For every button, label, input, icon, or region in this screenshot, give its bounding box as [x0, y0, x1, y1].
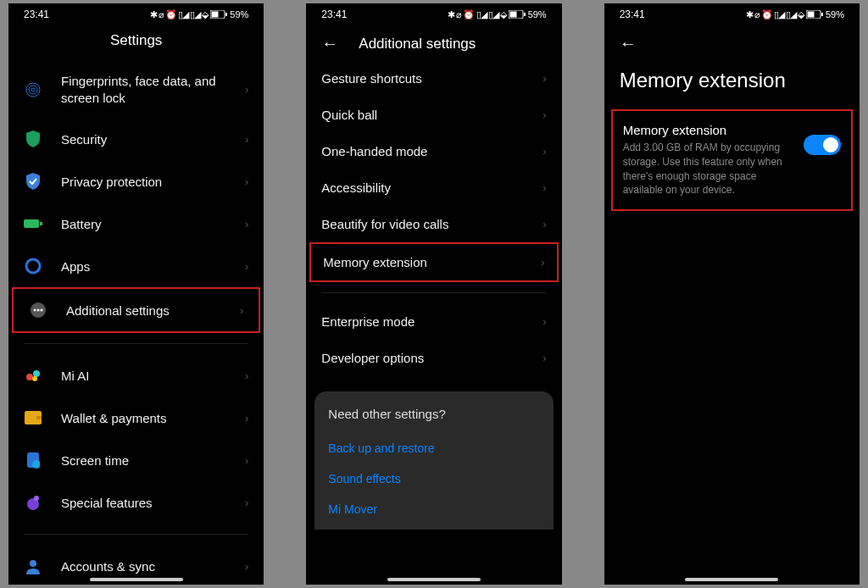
status-bar: 23:41 ✱ ⌀ ⏰ ▯◢ ▯◢ ⬙ 59%	[8, 3, 264, 22]
chevron-right-icon: ›	[542, 315, 546, 328]
settings-list: Fingerprints, face data, and screen lock…	[8, 61, 264, 585]
home-indicator[interactable]	[387, 578, 481, 581]
svg-point-15	[33, 370, 40, 377]
status-time: 23:41	[24, 8, 49, 20]
item-one-handed[interactable]: One-handed mode ›	[306, 133, 561, 169]
svg-point-12	[37, 309, 40, 312]
settings-screen: 23:41 ✱ ⌀ ⏰ ▯◢ ▯◢ ⬙ 59% Settings Fingerp…	[8, 3, 264, 585]
item-wallet[interactable]: Wallet & payments ›	[8, 397, 264, 439]
link-sound-effects[interactable]: Sound effects	[328, 463, 539, 494]
ai-icon	[24, 366, 42, 385]
item-label: Battery	[61, 217, 245, 231]
item-battery[interactable]: Battery ›	[8, 202, 264, 245]
svg-point-22	[34, 496, 39, 501]
battery-icon	[24, 214, 42, 233]
svg-rect-6	[24, 219, 39, 228]
item-label: Developer options	[321, 351, 542, 365]
link-mi-mover[interactable]: Mi Mover	[328, 494, 539, 524]
status-right: ✱ ⌀ ⏰ ▯◢ ▯◢ ⬙ 59%	[150, 9, 248, 20]
chevron-right-icon: ›	[245, 175, 248, 188]
svg-rect-25	[509, 12, 516, 18]
item-special-features[interactable]: Special features ›	[8, 481, 264, 524]
svg-point-23	[30, 560, 36, 567]
svg-point-4	[29, 86, 37, 94]
item-additional-settings[interactable]: Additional settings ›	[12, 287, 260, 333]
chevron-right-icon: ›	[245, 260, 248, 273]
item-label: Screen time	[61, 453, 245, 468]
item-privacy[interactable]: Privacy protection ›	[8, 160, 264, 202]
chevron-right-icon: ›	[542, 108, 546, 121]
item-label: Gesture shortcuts	[321, 71, 542, 86]
card-description: Add 3.00 GB of RAM by occupying storage.…	[623, 141, 795, 197]
page-title: Memory extension	[604, 53, 860, 109]
fingerprint-icon	[24, 80, 42, 99]
link-backup[interactable]: Back up and restore	[328, 433, 539, 463]
svg-point-14	[26, 374, 33, 380]
header: ← Additional settings	[306, 22, 561, 60]
item-label: Quick ball	[321, 108, 542, 122]
chevron-right-icon: ›	[542, 72, 546, 85]
svg-rect-28	[807, 12, 814, 18]
page-title: Settings	[110, 32, 162, 49]
svg-rect-18	[36, 416, 42, 419]
panel-title: Need other settings?	[328, 407, 539, 421]
item-label: One-handed mode	[321, 144, 542, 158]
gear-icon	[24, 257, 42, 275]
item-accessibility[interactable]: Accessibility ›	[306, 169, 561, 206]
chevron-right-icon: ›	[245, 412, 248, 424]
item-security[interactable]: Security ›	[8, 118, 264, 160]
svg-point-9	[31, 263, 36, 269]
item-enterprise[interactable]: Enterprise mode ›	[306, 303, 561, 340]
item-label: Security	[61, 132, 245, 147]
item-label: Wallet & payments	[61, 411, 245, 425]
status-time: 23:41	[321, 8, 347, 20]
dots-icon	[29, 301, 47, 319]
memory-extension-toggle[interactable]	[804, 135, 841, 155]
item-label: Special features	[61, 496, 245, 510]
home-indicator[interactable]	[685, 578, 778, 581]
status-time: 23:41	[620, 8, 645, 20]
item-mi-ai[interactable]: Mi AI ›	[8, 354, 264, 397]
svg-point-13	[41, 309, 43, 312]
back-button[interactable]: ←	[620, 34, 637, 53]
item-developer[interactable]: Developer options ›	[306, 340, 561, 376]
chevron-right-icon: ›	[245, 560, 248, 573]
card-text: Memory extension Add 3.00 GB of RAM by o…	[623, 123, 795, 197]
item-fingerprints[interactable]: Fingerprints, face data, and screen lock…	[8, 61, 264, 118]
header: Settings	[8, 22, 264, 61]
chevron-right-icon: ›	[542, 218, 546, 230]
chevron-right-icon: ›	[542, 181, 546, 194]
card-title: Memory extension	[623, 123, 795, 137]
status-right: ✱ ⌀ ⏰ ▯◢ ▯◢ ⬙ 59%	[746, 9, 844, 20]
back-button[interactable]: ←	[321, 34, 338, 53]
item-gesture-shortcuts[interactable]: Gesture shortcuts ›	[306, 60, 561, 97]
svg-point-3	[26, 83, 40, 97]
page-title: Additional settings	[359, 36, 476, 53]
chevron-right-icon: ›	[542, 145, 546, 158]
status-icons: ✱ ⌀ ⏰ ▯◢ ▯◢ ⬙	[448, 9, 505, 20]
item-screen-time[interactable]: Screen time ›	[8, 439, 264, 481]
status-bar: 23:41 ✱ ⌀ ⏰ ▯◢ ▯◢ ⬙ 59%	[604, 3, 860, 22]
item-beautify[interactable]: Beautify for video calls ›	[306, 206, 561, 242]
item-label: Apps	[61, 259, 245, 274]
svg-rect-29	[821, 13, 823, 16]
additional-settings-screen: 23:41 ✱ ⌀ ⏰ ▯◢ ▯◢ ⬙ 59% ← Additional set…	[306, 3, 561, 585]
memory-extension-card: Memory extension Add 3.00 GB of RAM by o…	[611, 109, 853, 211]
battery-percent: 59%	[826, 9, 844, 19]
svg-rect-2	[225, 13, 227, 16]
item-apps[interactable]: Apps ›	[8, 245, 264, 287]
chevron-right-icon: ›	[245, 496, 248, 509]
chevron-right-icon: ›	[542, 352, 546, 364]
svg-point-16	[32, 376, 37, 381]
memory-extension-screen: 23:41 ✱ ⌀ ⏰ ▯◢ ▯◢ ⬙ 59% ← Memory extensi…	[604, 3, 860, 585]
divider	[24, 343, 248, 344]
home-indicator[interactable]	[90, 578, 183, 581]
item-memory-extension[interactable]: Memory extension ›	[309, 242, 558, 282]
sync-icon	[24, 557, 42, 575]
header: ←	[604, 22, 860, 53]
item-quick-ball[interactable]: Quick ball ›	[306, 97, 561, 133]
item-label: Additional settings	[66, 303, 240, 318]
battery-percent: 59%	[230, 9, 248, 19]
battery-percent: 59%	[528, 9, 547, 19]
chevron-right-icon: ›	[245, 369, 248, 382]
